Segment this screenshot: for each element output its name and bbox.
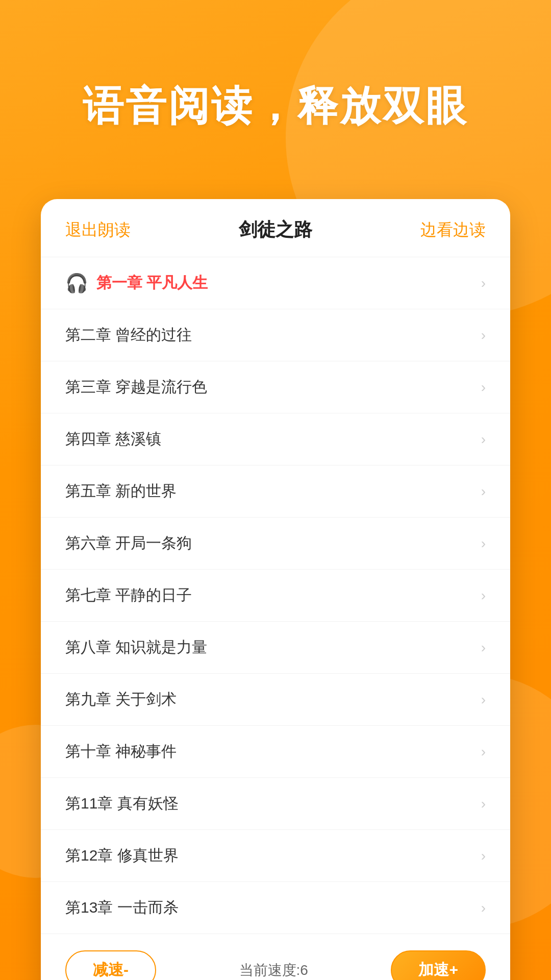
chapter-name: 第12章 修真世界 <box>65 845 179 866</box>
read-while-watching-button[interactable]: 边看边读 <box>420 219 486 241</box>
reader-card: 退出朗读 剑徒之路 边看边读 🎧 第一章 平凡人生 › 第二章 曾经的过往 › … <box>41 199 510 980</box>
chapter-item[interactable]: 第九章 关于剑术 › <box>41 674 510 726</box>
chapter-name: 第九章 关于剑术 <box>65 689 177 710</box>
chapter-name: 第13章 一击而杀 <box>65 897 179 918</box>
speed-up-button[interactable]: 加速+ <box>391 950 486 980</box>
chapter-name: 第四章 慈溪镇 <box>65 429 161 450</box>
chapter-left: 第12章 修真世界 <box>65 845 179 866</box>
chapter-item[interactable]: 第二章 曾经的过往 › <box>41 309 510 361</box>
hero-tagline: 语音阅读，释放双眼 <box>0 82 551 131</box>
chapter-name: 第五章 新的世界 <box>65 481 177 502</box>
book-title: 剑徒之路 <box>239 217 312 242</box>
chevron-right-icon: › <box>481 744 486 760</box>
chevron-right-icon: › <box>481 483 486 500</box>
card-header: 退出朗读 剑徒之路 边看边读 <box>41 199 510 257</box>
chapter-item[interactable]: 第八章 知识就是力量 › <box>41 622 510 674</box>
chevron-right-icon: › <box>481 379 486 396</box>
slow-down-button[interactable]: 减速- <box>65 950 156 980</box>
chapter-left: 第九章 关于剑术 <box>65 689 177 710</box>
chapter-name: 第三章 穿越是流行色 <box>65 377 207 398</box>
chapter-name: 第二章 曾经的过往 <box>65 325 192 346</box>
chapter-name: 第11章 真有妖怪 <box>65 793 179 814</box>
chapter-item[interactable]: 第五章 新的世界 › <box>41 465 510 518</box>
chapter-name: 第八章 知识就是力量 <box>65 637 207 658</box>
chapter-item[interactable]: 第六章 开局一条狗 › <box>41 518 510 570</box>
current-speed-label: 当前速度:6 <box>239 961 308 980</box>
chevron-right-icon: › <box>481 431 486 448</box>
chapter-item[interactable]: 第11章 真有妖怪 › <box>41 778 510 830</box>
chapter-list: 🎧 第一章 平凡人生 › 第二章 曾经的过往 › 第三章 穿越是流行色 › 第四… <box>41 257 510 934</box>
chapter-left: 第八章 知识就是力量 <box>65 637 207 658</box>
chapter-left: 第四章 慈溪镇 <box>65 429 161 450</box>
chevron-right-icon: › <box>481 848 486 864</box>
chapter-item[interactable]: 第十章 神秘事件 › <box>41 726 510 778</box>
chevron-right-icon: › <box>481 327 486 344</box>
chapter-name: 第一章 平凡人生 <box>96 273 208 293</box>
speed-control-row: 减速- 当前速度:6 加速+ <box>65 950 486 980</box>
card-footer: 减速- 当前速度:6 加速+ 模式： 情感男声 情感女声 萝莉音 关闭 <box>41 934 510 980</box>
headphone-icon: 🎧 <box>65 274 88 292</box>
chevron-right-icon: › <box>481 640 486 656</box>
chapter-left: 第六章 开局一条狗 <box>65 533 192 554</box>
chapter-left: 第七章 平静的日子 <box>65 585 192 606</box>
chapter-left: 第二章 曾经的过往 <box>65 325 192 346</box>
chapter-item[interactable]: 🎧 第一章 平凡人生 › <box>41 257 510 309</box>
chevron-right-icon: › <box>481 796 486 812</box>
chapter-left: 第11章 真有妖怪 <box>65 793 179 814</box>
chapter-item[interactable]: 第七章 平静的日子 › <box>41 570 510 622</box>
chevron-right-icon: › <box>481 900 486 916</box>
chapter-left: 第13章 一击而杀 <box>65 897 179 918</box>
chapter-name: 第十章 神秘事件 <box>65 741 177 762</box>
chapter-left: 第五章 新的世界 <box>65 481 177 502</box>
chapter-left: 第十章 神秘事件 <box>65 741 177 762</box>
chevron-right-icon: › <box>481 692 486 708</box>
chapter-name: 第六章 开局一条狗 <box>65 533 192 554</box>
chevron-right-icon: › <box>481 535 486 552</box>
chapter-item[interactable]: 第12章 修真世界 › <box>41 830 510 882</box>
chapter-left: 第三章 穿越是流行色 <box>65 377 207 398</box>
chapter-item[interactable]: 第四章 慈溪镇 › <box>41 413 510 465</box>
chapter-left: 🎧 第一章 平凡人生 <box>65 273 208 293</box>
chapter-name: 第七章 平静的日子 <box>65 585 192 606</box>
chapter-item[interactable]: 第13章 一击而杀 › <box>41 882 510 934</box>
chapter-item[interactable]: 第三章 穿越是流行色 › <box>41 361 510 413</box>
chevron-right-icon: › <box>481 275 486 291</box>
exit-reading-button[interactable]: 退出朗读 <box>65 219 131 241</box>
chevron-right-icon: › <box>481 587 486 604</box>
